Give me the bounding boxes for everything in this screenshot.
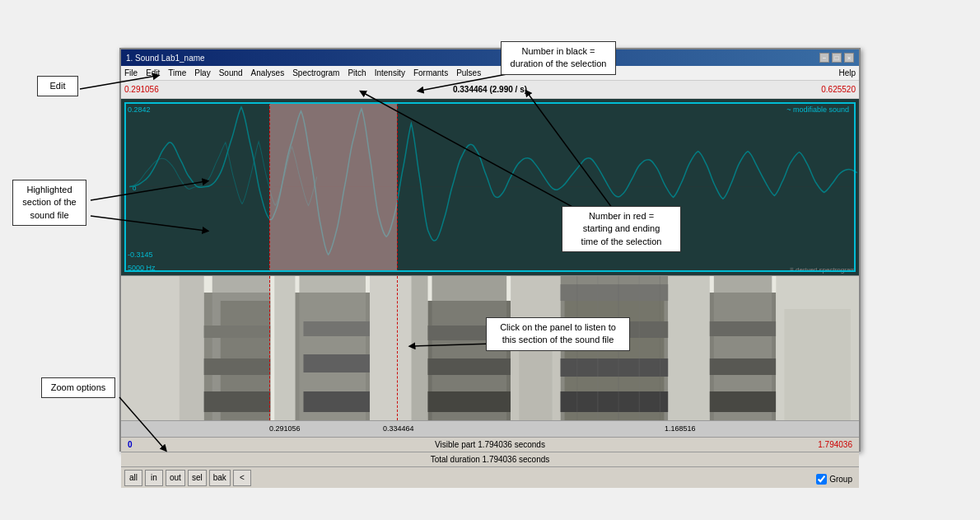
spec-selection-end-line	[397, 276, 398, 420]
toolbar: 0.291056 0.334464 (2.990 / s) 0.625520	[121, 81, 859, 99]
menu-edit[interactable]: Edit	[146, 68, 160, 77]
time-mark-1: 0.291056	[269, 424, 301, 433]
time-ruler: 0.291056 0.334464 1.168516	[121, 420, 859, 437]
group-label: Group	[829, 475, 852, 484]
number-black-annotation: Number in black =duration of the selecti…	[501, 41, 616, 75]
zoom-sel-button[interactable]: sel	[188, 470, 207, 486]
edit-annotation: Edit	[37, 76, 78, 96]
svg-rect-11	[121, 276, 179, 420]
svg-rect-24	[303, 321, 370, 336]
status-bar-visible: 0 Visible part 1.794036 seconds 1.794036	[121, 437, 859, 452]
svg-rect-49	[710, 358, 777, 375]
waveform-svg: 0	[121, 99, 859, 275]
svg-rect-23	[303, 354, 370, 372]
zoom-left-button[interactable]: <	[233, 470, 251, 486]
zoom-all-button[interactable]: all	[124, 470, 142, 486]
svg-rect-26	[411, 276, 427, 420]
svg-rect-45	[668, 276, 709, 420]
svg-rect-18	[204, 326, 271, 338]
menu-help[interactable]: Help	[838, 68, 856, 77]
svg-rect-16	[204, 391, 271, 412]
visible-part-text: Visible part 1.794036 seconds	[435, 440, 545, 449]
menu-formants[interactable]: Formants	[413, 68, 448, 77]
praat-window: 1. Sound Lab1_name − □ × File Edit Time …	[119, 48, 861, 452]
zoom-out-button[interactable]: out	[166, 470, 185, 486]
selection-highlight	[269, 102, 397, 272]
highlighted-annotation: Highlightedsection of thesound file	[12, 180, 86, 226]
svg-rect-48	[710, 391, 777, 412]
total-duration-text: Total duration 1.794036 seconds	[431, 455, 550, 464]
menu-play[interactable]: Play	[194, 68, 210, 77]
waveform-area[interactable]: 0.2842 -0.3145 ~ modifiable sound 5000 H…	[121, 99, 859, 276]
menu-spectrogram[interactable]: Spectrogram	[292, 68, 339, 77]
selection-end-line	[397, 102, 398, 272]
svg-rect-50	[710, 321, 777, 336]
menu-bar: File Edit Time Play Sound Analyses Spect…	[121, 66, 859, 81]
svg-rect-25	[370, 276, 411, 420]
time-mark-2: 0.334464	[383, 424, 414, 433]
click-panel-annotation: Click on the panel to listen tothis sect…	[486, 317, 630, 351]
menu-time[interactable]: Time	[168, 68, 186, 77]
menu-analyses[interactable]: Analyses	[251, 68, 285, 77]
selection-start-line	[269, 102, 270, 272]
svg-rect-17	[204, 358, 271, 375]
group-checkbox-container: Group	[816, 474, 852, 485]
svg-rect-30	[427, 358, 511, 375]
zoom-buttons-bar: all in out sel bak < Group	[121, 466, 859, 488]
title-bar: 1. Sound Lab1_name − □ ×	[121, 49, 859, 66]
zoom-bak-button[interactable]: bak	[209, 470, 231, 486]
spec-selection-start-line	[269, 276, 270, 420]
visible-start: 0	[128, 440, 133, 449]
zoom-annotation: Zoom options	[41, 377, 115, 398]
selection-end-time: 0.625520	[821, 85, 856, 94]
menu-file[interactable]: File	[124, 68, 138, 77]
status-bar-total: Total duration 1.794036 seconds	[121, 452, 859, 466]
svg-rect-12	[179, 276, 203, 420]
close-button[interactable]: ×	[844, 53, 854, 63]
svg-rect-52	[784, 309, 851, 420]
minimize-button[interactable]: −	[819, 53, 829, 63]
svg-rect-19	[274, 276, 295, 420]
svg-rect-22	[303, 391, 370, 412]
svg-rect-29	[427, 391, 511, 412]
menu-sound[interactable]: Sound	[219, 68, 243, 77]
maximize-button[interactable]: □	[832, 53, 842, 63]
selection-start-time: 0.291056	[124, 85, 159, 94]
selection-duration: 0.334464 (2.990 / s)	[453, 85, 527, 94]
group-checkbox[interactable]	[816, 474, 827, 485]
number-red-annotation: Number in red =starting and endingtime o…	[562, 206, 681, 252]
menu-pulses[interactable]: Pulses	[456, 68, 481, 77]
window-title: 1. Sound Lab1_name	[126, 54, 205, 63]
visible-end: 1.794036	[818, 440, 852, 449]
time-mark-3: 1.168516	[665, 424, 696, 433]
window-controls: − □ ×	[819, 53, 854, 63]
menu-intensity[interactable]: Intensity	[375, 68, 405, 77]
zoom-in-button[interactable]: in	[145, 470, 163, 486]
menu-pitch[interactable]: Pitch	[348, 68, 366, 77]
